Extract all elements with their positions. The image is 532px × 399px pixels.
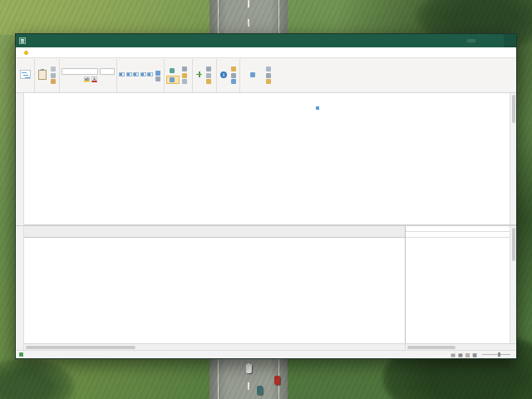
paste-button[interactable] xyxy=(37,60,48,91)
percent-bar-icon[interactable] xyxy=(147,72,153,76)
insert-milestone-button[interactable] xyxy=(206,73,214,78)
titlebar[interactable] xyxy=(16,34,516,47)
task-rows[interactable] xyxy=(24,238,405,343)
project-professional-window: ab A xyxy=(15,33,517,359)
horizontal-scrollbars[interactable] xyxy=(24,343,516,350)
zoom-slider[interactable] xyxy=(482,354,510,356)
font-color-button[interactable]: A xyxy=(91,76,97,82)
group-label-editing xyxy=(242,91,274,92)
font-name-select[interactable] xyxy=(62,68,98,75)
gantt-view-shortcut-icon[interactable]: ▤ xyxy=(451,352,456,357)
inactivate-button[interactable] xyxy=(155,76,162,81)
gantt-chart-view-button[interactable] xyxy=(18,60,32,91)
scrollbar-thumb[interactable] xyxy=(512,95,515,123)
clear-button[interactable] xyxy=(266,73,274,78)
duration-chart[interactable] xyxy=(164,93,438,224)
scissors-icon xyxy=(51,66,56,71)
ribbon-group-insert xyxy=(193,59,217,92)
close-button[interactable] xyxy=(504,34,516,47)
team-view-shortcut-icon[interactable]: ▧ xyxy=(466,352,470,357)
usage-view-shortcut-icon[interactable]: ▦ xyxy=(458,352,463,357)
lightbulb-icon xyxy=(24,51,28,55)
summary-icon xyxy=(206,66,211,71)
sign-in-button[interactable] xyxy=(467,39,475,42)
percent-complete-buttons[interactable] xyxy=(119,72,153,76)
ribbon-group-editing xyxy=(240,59,276,92)
view-side-strip xyxy=(16,93,24,350)
ribbon-group-properties: i xyxy=(217,59,240,92)
fill-icon xyxy=(266,79,271,84)
group-label-tasks xyxy=(166,91,190,92)
mode-icon xyxy=(182,79,187,84)
details-icon xyxy=(231,73,236,78)
group-label-schedule xyxy=(119,91,162,92)
details-button[interactable] xyxy=(231,73,238,78)
car xyxy=(246,364,252,373)
manually-schedule-button[interactable] xyxy=(166,66,180,75)
group-label-clipboard xyxy=(37,91,57,92)
scroll-to-task-button[interactable] xyxy=(242,60,264,91)
report-vertical-scrollbar[interactable] xyxy=(510,93,516,224)
link-icon xyxy=(155,71,160,76)
cut-button[interactable] xyxy=(51,66,57,71)
group-label-font xyxy=(62,91,115,92)
percent-bar-icon[interactable] xyxy=(140,72,146,76)
table-horizontal-scrollbar[interactable] xyxy=(24,344,406,350)
gantt-chart-icon xyxy=(20,70,31,79)
maximize-button[interactable] xyxy=(491,34,504,47)
auto-schedule-button[interactable] xyxy=(166,76,180,84)
gantt-timeline[interactable] xyxy=(406,226,510,343)
tell-me-search[interactable] xyxy=(24,47,31,57)
percent-bar-icon[interactable] xyxy=(133,72,139,76)
group-label-insert xyxy=(195,91,214,92)
copy-icon xyxy=(51,73,56,78)
percent-bar-icon[interactable] xyxy=(119,72,125,76)
information-icon: i xyxy=(220,71,227,78)
highlight-color-button[interactable]: ab xyxy=(84,76,90,82)
eraser-icon xyxy=(266,73,271,78)
inspect-icon xyxy=(182,66,187,71)
plus-icon xyxy=(196,71,202,77)
status-icon xyxy=(19,352,23,357)
copy-button[interactable] xyxy=(51,73,57,78)
report-view-shortcut-icon[interactable]: ▩ xyxy=(472,352,477,357)
percent-bar-icon[interactable] xyxy=(126,72,132,76)
fill-button[interactable] xyxy=(266,79,274,84)
status-bar: ▤ ▦ ▧ ▩ xyxy=(16,350,516,358)
gantt-horizontal-scrollbar[interactable] xyxy=(406,344,516,350)
information-button[interactable]: i xyxy=(219,60,229,91)
move-button[interactable] xyxy=(182,73,190,78)
gantt-chart-pane xyxy=(24,226,516,343)
ribbon-group-clipboard xyxy=(35,59,60,92)
inspect-button[interactable] xyxy=(182,66,190,71)
ribbon-group-font: ab A xyxy=(60,59,117,92)
format-painter-button[interactable] xyxy=(51,79,57,84)
add-to-timeline-button[interactable] xyxy=(231,79,238,84)
search-icon xyxy=(266,66,271,71)
table-header-row[interactable] xyxy=(24,226,405,238)
timeline-icon xyxy=(231,79,236,84)
zoom-slider-thumb[interactable] xyxy=(498,352,500,357)
ribbon-group-schedule xyxy=(117,59,165,92)
respect-links-button[interactable] xyxy=(155,71,162,76)
insert-deliverable-button[interactable] xyxy=(206,79,214,84)
find-button[interactable] xyxy=(266,66,274,71)
manual-task-icon xyxy=(170,68,175,73)
mode-button[interactable] xyxy=(182,79,190,84)
notes-button[interactable] xyxy=(231,66,238,71)
font-size-select[interactable] xyxy=(100,68,115,75)
scrollbar-thumb[interactable] xyxy=(407,346,456,349)
legend-swatch xyxy=(316,106,319,110)
gantt-vertical-scrollbar[interactable] xyxy=(510,226,516,343)
scrollbar-thumb[interactable] xyxy=(512,228,515,261)
insert-summary-button[interactable] xyxy=(206,66,214,71)
format-painter-icon xyxy=(51,79,56,84)
minimize-button[interactable] xyxy=(479,34,491,47)
inactivate-icon xyxy=(155,76,160,81)
scroll-to-task-icon xyxy=(250,72,255,77)
gantt-bar-area[interactable] xyxy=(406,238,510,343)
scrollbar-thumb[interactable] xyxy=(26,346,135,349)
task-table[interactable] xyxy=(24,226,406,343)
insert-task-button[interactable] xyxy=(195,60,204,91)
milestone-icon xyxy=(206,73,211,78)
